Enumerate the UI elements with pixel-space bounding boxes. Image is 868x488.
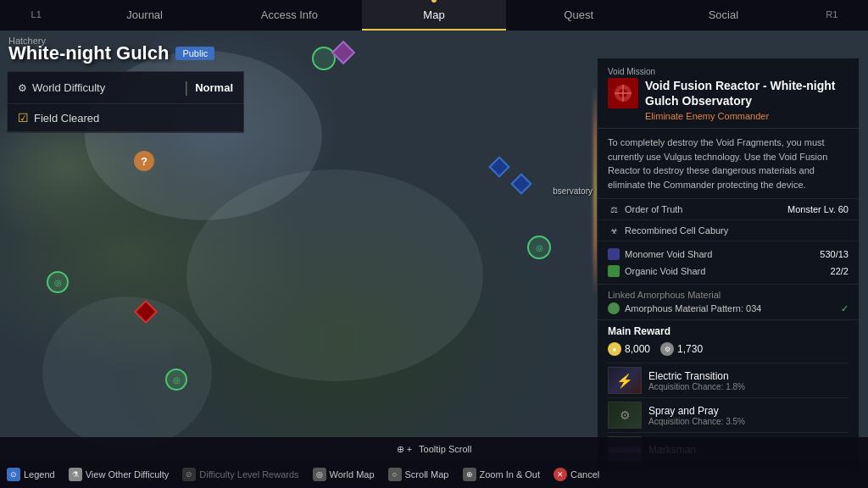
cancel-item[interactable]: ✕ Cancel [554,468,599,481]
location-header: White-night Gulch Public [8,42,214,64]
difficulty-rewards-item: ⊘ Difficulty Level Rewards [182,468,298,481]
zoom-icon: ⊕ [463,468,476,481]
linked-label: Linked Amorphous Material [608,290,849,300]
gear-currency-icon: ⚙ [660,342,674,356]
mission-title: Void Fusion Reactor - White-night Gulch … [645,78,849,108]
coin-icon: ● [608,342,621,356]
reward-thumb-1: ⚡ [608,367,642,394]
electric-icon: ⚡ [616,373,633,389]
stat-row-2: ☣ Recombined Cell Cabury [598,220,859,241]
reward-item-2: ⚙ Spray and Pray Acquisition Chance: 3.5… [608,397,849,432]
mission-title-row: Void Fusion Reactor - White-night Gulch … [608,78,849,121]
void-icon [613,83,633,103]
marker-question[interactable]: ? [134,151,154,171]
reward-item-1: ⚡ Electric Transition Acquisition Chance… [608,363,849,397]
nav-tab-journal[interactable]: Journal [72,0,217,30]
stat-row-1: ⚖ Order of Truth Monster Lv. 60 [598,199,859,220]
world-icon: ⚙ [18,82,27,94]
separator: | [185,79,189,97]
resource-value-2: 22/2 [831,266,849,276]
marker-green-2[interactable]: ◎ [165,369,187,391]
gold-currency: ● 8,000 [608,342,650,356]
reward-chance-2: Acquisition Chance: 3.5% [648,417,745,426]
world-map-item[interactable]: ◎ World Map [313,468,375,481]
scroll-map-icon: ○ [388,468,402,481]
nav-tab-map[interactable]: Map [362,0,507,30]
marker-purple-diamond[interactable] [335,44,352,61]
nav-tab-social[interactable]: Social [651,0,796,30]
mission-subtitle: Eliminate Enemy Commander [645,111,849,121]
world-difficulty-row[interactable]: ⚙ World Difficulty | Normal [8,72,243,104]
reward-name-2: Spray and Pray [648,405,745,417]
resources-section: Monomer Void Shard 530/13 Organic Void S… [598,241,859,285]
shard-icon-1 [608,248,620,260]
mission-panel: Void Mission Void Fusion Reactor - White… [597,58,860,473]
gear-currency: ⚙ 1,730 [660,342,703,356]
nav-tab-quest[interactable]: Quest [506,0,651,30]
difficulty-value: Normal [195,81,233,94]
zoom-item[interactable]: ⊕ Zoom In & Out [463,468,541,481]
resource-row-1: Monomer Void Shard 530/13 [608,246,849,263]
marker-blue-diamond-2[interactable] [514,176,529,191]
observatory-label: bservatory [553,186,593,196]
snow-area-2 [186,169,483,381]
reward-thumb-2: ⚙ [608,402,642,429]
view-difficulty-item[interactable]: ⚗ View Other Difficulty [69,468,170,481]
marker-green-3[interactable]: ◎ [527,236,551,259]
reward-chance-1: Acquisition Chance: 1.8% [648,382,745,391]
linked-item: Amorphous Material Pattern: 034 ✓ [608,302,849,314]
tooltip-scroll-label: Tooltip Scroll [419,444,471,454]
shard-icon-2 [608,265,620,277]
bottom-bar: ⊙ Legend ⚗ View Other Difficulty ⊘ Diffi… [0,461,868,488]
reward-title: Main Reward [608,325,849,337]
nav-tab-access-info[interactable]: Access Info [217,0,362,30]
resource-row-2: Organic Void Shard 22/2 [608,263,849,280]
mission-type: Void Mission [608,67,849,76]
active-indicator [431,0,437,3]
location-name: White-night Gulch [8,42,169,64]
reward-currency-row: ● 8,000 ⚙ 1,730 [608,342,849,356]
scroll-map-item[interactable]: ○ Scroll Map [388,468,449,481]
world-map-icon: ◎ [313,468,326,481]
tooltip-scroll-bar[interactable]: ⊕ + Tooltip Scroll [0,437,868,461]
check-icon: ☑ [18,111,29,125]
legend-icon: ⊙ [7,468,20,481]
linked-icon [608,302,620,314]
sidebar-panel: ⚙ World Difficulty | Normal ☑ Field Clea… [7,71,244,133]
public-badge: Public [175,47,214,60]
legend-item[interactable]: ⊙ Legend [7,468,55,481]
nav-bar: L1 Journal Access Info Map Quest Social … [0,0,868,30]
marker-green-1[interactable]: ◎ [47,271,69,293]
mission-icon-box [608,78,638,108]
difficulty-icon: ⚗ [69,468,82,481]
field-cleared-row[interactable]: ☑ Field Cleared [8,104,243,132]
spray-icon: ⚙ [620,408,631,422]
resource-value-1: 530/13 [820,249,849,259]
stat-value-1: Monster Lv. 60 [787,204,849,214]
order-icon: ⚖ [608,203,620,215]
nav-r1[interactable]: R1 [796,0,868,30]
linked-check: ✓ [841,303,849,314]
linked-section: Linked Amorphous Material Amorphous Mate… [598,285,859,320]
difficulty-rewards-icon: ⊘ [182,468,196,481]
tooltip-prefix: ⊕ + [397,444,412,455]
marker-blue-diamond-1[interactable] [492,159,507,175]
reward-name-1: Electric Transition [648,370,745,382]
nav-l1[interactable]: L1 [0,0,72,30]
marker-red-diamond[interactable] [137,303,154,320]
cancel-icon: ✕ [554,468,567,481]
cell-icon: ☣ [608,225,620,236]
mission-description: To completely destroy the Void Fragments… [598,129,859,199]
mission-header: Void Mission Void Fusion Reactor - White… [598,58,859,129]
